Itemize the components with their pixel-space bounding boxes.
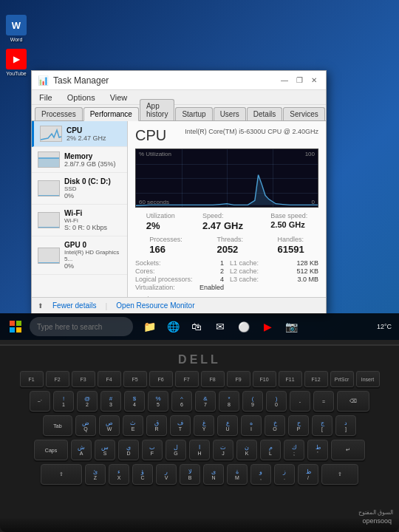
taskbar-mail[interactable]: ✉ xyxy=(210,316,231,337)
key-u[interactable]: عU xyxy=(217,415,238,436)
key-7[interactable]: &7 xyxy=(195,391,216,412)
key-f1[interactable]: F1 xyxy=(20,371,44,387)
left-panel-item-wifi[interactable]: Wi-Fi Wi-Fi S: 0 R: 0 Kbps xyxy=(32,205,127,236)
key-x[interactable]: ءX xyxy=(109,464,129,485)
key-f[interactable]: بF xyxy=(142,440,163,460)
tab-performance[interactable]: Performance xyxy=(83,107,139,121)
key-f2[interactable]: F2 xyxy=(46,371,69,387)
close-button[interactable]: ✕ xyxy=(308,75,320,86)
key-w[interactable]: صW xyxy=(99,415,120,436)
taskbar-extra[interactable]: 📷 xyxy=(281,316,301,337)
menu-options[interactable]: Options xyxy=(64,92,98,103)
left-panel-item-gpu[interactable]: GPU 0 Intel(R) HD Graphics 5... 0% xyxy=(32,236,127,275)
left-panel-item-cpu[interactable]: CPU 2% 2.47 GHz xyxy=(32,121,127,147)
key-f11[interactable]: F11 xyxy=(279,371,302,387)
key-o[interactable]: خO xyxy=(265,415,285,436)
key-comma[interactable]: و, xyxy=(250,464,271,485)
left-panel-item-disk[interactable]: Disk 0 (C: D:) SSD 0% xyxy=(32,173,127,205)
key-c[interactable]: ؤC xyxy=(132,464,153,485)
key-e[interactable]: ثE xyxy=(123,415,143,436)
key-insert[interactable]: Insert xyxy=(356,371,380,387)
key-3[interactable]: #3 xyxy=(100,391,121,412)
qwerty-row: Tab ضQ صW ثE قR فT غY عU هI خO حP ج[ د] xyxy=(15,415,384,436)
key-6[interactable]: ^6 xyxy=(171,391,192,412)
key-f6[interactable]: F6 xyxy=(149,371,173,387)
key-4[interactable]: $4 xyxy=(124,391,145,412)
key-f8[interactable]: F8 xyxy=(201,371,225,387)
left-panel-item-memory[interactable]: Memory 2.8/7.9 GB (35%) xyxy=(32,147,127,173)
taskbar-youtube[interactable]: ▶ xyxy=(257,316,278,337)
tab-app-history[interactable]: App history xyxy=(140,99,174,120)
key-prtscr[interactable]: PrtScr xyxy=(330,371,354,387)
key-shift-l[interactable]: ⇧ xyxy=(41,464,82,485)
key-f12[interactable]: F12 xyxy=(304,371,328,387)
key-m[interactable]: ةM xyxy=(227,464,248,485)
key-2[interactable]: @2 xyxy=(77,391,98,412)
key-d[interactable]: يD xyxy=(118,440,139,460)
key-backspace[interactable]: ⌫ xyxy=(337,391,369,412)
key-f5[interactable]: F5 xyxy=(123,371,147,387)
desktop-icon-youtube[interactable]: ▶ YouTube xyxy=(3,49,30,77)
key-0[interactable]: )0 xyxy=(266,391,287,412)
key-backtick[interactable]: ~` xyxy=(30,391,50,412)
key-y[interactable]: غY xyxy=(194,415,214,436)
key-s[interactable]: سS xyxy=(95,440,115,460)
key-q[interactable]: ضQ xyxy=(75,415,96,436)
tab-details[interactable]: Details xyxy=(247,107,283,120)
fewer-details-link[interactable]: Fewer details xyxy=(52,301,96,310)
key-period[interactable]: ز. xyxy=(274,464,295,485)
restore-button[interactable]: ❐ xyxy=(293,75,305,86)
key-shift-r[interactable]: ⇧ xyxy=(321,464,358,485)
search-input[interactable] xyxy=(30,317,133,336)
key-bracket-r[interactable]: د] xyxy=(335,415,356,436)
key-quote[interactable]: ط' xyxy=(307,440,328,460)
minimize-button[interactable]: — xyxy=(279,75,290,86)
key-tab[interactable]: Tab xyxy=(43,415,72,436)
key-i[interactable]: هI xyxy=(241,415,262,436)
key-v[interactable]: رV xyxy=(156,464,177,485)
processes-label: Processes: xyxy=(149,236,183,243)
key-l[interactable]: مL xyxy=(260,440,281,460)
key-p[interactable]: حP xyxy=(288,415,309,436)
open-resource-monitor-link[interactable]: Open Resource Monitor xyxy=(116,301,194,310)
key-r[interactable]: قR xyxy=(146,415,167,436)
desktop-icon-word[interactable]: W Word xyxy=(3,15,30,43)
taskbar-file-explorer[interactable]: 📁 xyxy=(139,316,160,337)
key-h[interactable]: اH xyxy=(189,440,210,460)
key-t[interactable]: فT xyxy=(170,415,191,436)
key-f3[interactable]: F3 xyxy=(72,371,95,387)
start-button[interactable] xyxy=(4,316,27,338)
key-j[interactable]: تJ xyxy=(213,440,233,460)
menu-file[interactable]: File xyxy=(36,92,55,103)
taskbar-edge[interactable]: 🌐 xyxy=(163,316,183,337)
taskbar-chrome[interactable]: ⚪ xyxy=(233,316,254,337)
key-9[interactable]: (9 xyxy=(242,391,263,412)
menu-view[interactable]: View xyxy=(107,92,131,103)
key-z[interactable]: ئZ xyxy=(85,464,106,485)
key-bracket-l[interactable]: ج[ xyxy=(312,415,332,436)
key-equals[interactable]: = xyxy=(313,391,334,412)
key-f9[interactable]: F9 xyxy=(227,371,250,387)
pth-row: Processes: 166 Threads: 2052 Handles: 61… xyxy=(135,236,318,255)
tab-startup[interactable]: Startup xyxy=(175,107,212,120)
key-b[interactable]: لاB xyxy=(180,464,200,485)
key-a[interactable]: شA xyxy=(71,440,92,460)
key-f7[interactable]: F7 xyxy=(175,371,199,387)
key-5[interactable]: %5 xyxy=(148,391,168,412)
key-k[interactable]: نK xyxy=(236,440,257,460)
tab-processes[interactable]: Processes xyxy=(35,107,83,120)
key-f4[interactable]: F4 xyxy=(98,371,121,387)
key-8[interactable]: *8 xyxy=(219,391,239,412)
key-semicolon[interactable]: ك; xyxy=(284,440,304,460)
key-f10[interactable]: F10 xyxy=(253,371,276,387)
key-caps[interactable]: Caps xyxy=(34,440,68,460)
key-g[interactable]: لG xyxy=(166,440,186,460)
key-slash[interactable]: ظ/ xyxy=(298,464,318,485)
tab-users[interactable]: Users xyxy=(214,107,246,120)
key-n[interactable]: ىN xyxy=(203,464,224,485)
tab-services[interactable]: Services xyxy=(283,107,324,120)
key-1[interactable]: !1 xyxy=(53,391,74,412)
key-enter[interactable]: ↵ xyxy=(331,440,365,460)
key-minus[interactable]: - xyxy=(290,391,310,412)
taskbar-store[interactable]: 🛍 xyxy=(186,316,207,337)
